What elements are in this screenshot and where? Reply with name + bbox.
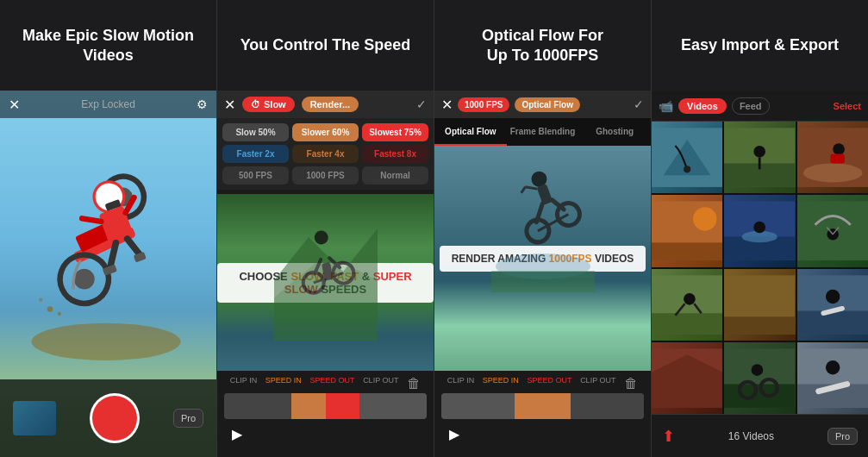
p3-play-button[interactable]: ▶ [445, 424, 464, 443]
panel2-controls: ▶ [217, 419, 434, 448]
thumbnail[interactable] [13, 401, 56, 435]
thumb-10[interactable] [652, 342, 722, 414]
svg-point-79 [752, 364, 764, 376]
scrub-before [224, 393, 291, 419]
p3-speed-in-label: SPEED IN [483, 376, 519, 391]
p4-pro-badge[interactable]: Pro [827, 428, 858, 445]
thumb-11[interactable] [724, 342, 795, 414]
speed-cell-faster2x[interactable]: Faster 2x [222, 145, 289, 163]
check-icon[interactable]: ✓ [416, 97, 427, 111]
speed-cell-slow50[interactable]: Slow 50% [222, 123, 289, 141]
panel2-scrubber[interactable] [224, 393, 427, 419]
panel1-bottom: Pro [0, 379, 216, 457]
thumb-9[interactable] [797, 269, 868, 341]
thumb-1[interactable] [652, 122, 722, 193]
gear-icon[interactable]: ⚙ [197, 97, 208, 111]
app-container: Make Epic Slow Motion Videos ✕ Exp Locke… [0, 0, 868, 457]
svg-point-0 [31, 322, 180, 360]
tab-optical-flow[interactable]: Optical Flow [434, 118, 507, 146]
play-button[interactable]: ▶ [228, 424, 247, 443]
svg-rect-50 [797, 128, 868, 187]
svg-rect-57 [724, 202, 795, 261]
panel2-close-icon[interactable]: ✕ [224, 97, 235, 113]
slow-button[interactable]: ⏱ Slow [242, 97, 295, 112]
svg-rect-75 [652, 348, 722, 408]
speed-cell-slowest75[interactable]: Slowest 75% [362, 123, 428, 141]
svg-line-42 [519, 187, 526, 193]
thumb-8[interactable] [724, 269, 795, 341]
p3-scrub-after [571, 393, 644, 419]
svg-rect-66 [652, 313, 722, 335]
svg-rect-46 [724, 128, 795, 187]
panel3-scrubber[interactable] [441, 393, 644, 419]
close-icon[interactable]: ✕ [9, 97, 20, 113]
panel1-header: Make Epic Slow Motion Videos [0, 0, 216, 91]
optical-label: Optical Flow [521, 100, 572, 110]
video-grid [652, 122, 868, 414]
panel3-close-icon[interactable]: ✕ [441, 97, 453, 113]
p3-speed-out-label: SPEED OUT [527, 376, 571, 391]
panel1-toolbar: ✕ Exp Locked ⚙ [0, 91, 216, 118]
clip-in-label: CLIP IN [230, 376, 257, 391]
svg-point-84 [826, 360, 840, 374]
speed-cell-1000fps[interactable]: 1000 FPS [292, 166, 359, 185]
thumb-4[interactable] [652, 195, 722, 266]
svg-line-63 [827, 228, 833, 235]
thumb-12[interactable] [797, 342, 868, 414]
tab-ghosting[interactable]: Ghosting [578, 118, 651, 146]
export-icon[interactable]: ⬆ [662, 427, 675, 446]
optical-flow-button[interactable]: Optical Flow [515, 97, 579, 112]
select-button[interactable]: Select [834, 101, 861, 111]
panel-make-epic: Make Epic Slow Motion Videos ✕ Exp Locke… [0, 0, 217, 457]
thumb-6[interactable] [797, 195, 868, 266]
p3-scrub-before [441, 393, 515, 419]
svg-rect-54 [652, 202, 722, 261]
p3-delete-icon[interactable]: 🗑 [624, 376, 638, 391]
svg-rect-47 [724, 163, 795, 186]
videos-button[interactable]: Videos [678, 98, 727, 114]
render-label: Render... [310, 99, 350, 110]
svg-rect-65 [652, 275, 722, 335]
svg-rect-83 [797, 384, 868, 407]
speed-cell-faster4x[interactable]: Faster 4x [292, 145, 359, 163]
panel3-check-icon[interactable]: ✓ [634, 97, 644, 111]
panel3-toolbar: ✕ 1000 FPS Optical Flow ✓ [434, 91, 651, 118]
svg-line-68 [675, 304, 684, 316]
speed-cell-fastest8x[interactable]: Fastest 8x [362, 145, 428, 163]
svg-point-62 [827, 228, 839, 241]
panel4-screen: 📹 Videos Feed Select [652, 91, 868, 457]
svg-marker-44 [664, 140, 711, 175]
thumb-2[interactable] [724, 122, 795, 193]
speed-cell-500fps[interactable]: 500 FPS [222, 166, 289, 185]
svg-point-81 [761, 379, 777, 396]
svg-rect-77 [724, 348, 795, 408]
tab-frame-blending[interactable]: Frame Blending [507, 118, 579, 146]
exp-locked-label: Exp Locked [81, 98, 135, 110]
svg-rect-73 [797, 310, 868, 334]
p3-clip-in-label: CLIP IN [447, 376, 474, 391]
panel2-title: You Control The Speed [240, 35, 411, 55]
speed-cell-normal[interactable]: Normal [362, 166, 428, 185]
panel1-title: Make Epic Slow Motion Videos [9, 26, 208, 65]
svg-rect-78 [724, 384, 795, 407]
svg-line-13 [82, 212, 101, 227]
feed-button[interactable]: Feed [732, 97, 770, 115]
svg-line-40 [535, 215, 570, 231]
svg-point-45 [684, 166, 690, 172]
panel3-tabs: Optical Flow Frame Blending Ghosting [434, 118, 651, 146]
fps-button[interactable]: 1000 FPS [458, 97, 509, 112]
render-button[interactable]: Render... [302, 97, 359, 112]
record-button[interactable] [92, 396, 137, 441]
svg-point-20 [39, 297, 42, 301]
clip-out-label: CLIP OUT [363, 376, 398, 391]
thumb-3[interactable] [797, 122, 868, 193]
delete-icon[interactable]: 🗑 [407, 376, 421, 391]
thumb-5[interactable] [724, 195, 795, 266]
panel3-timeline-labels: CLIP IN SPEED IN SPEED OUT CLIP OUT 🗑 [434, 371, 651, 393]
panel2-toolbar: ✕ ⏱ Slow Render... ✓ [217, 91, 434, 118]
svg-point-21 [58, 311, 61, 315]
speed-cell-slower60[interactable]: Slower 60% [292, 123, 359, 141]
thumb-7[interactable] [652, 269, 722, 341]
svg-point-60 [754, 222, 766, 234]
pro-badge[interactable]: Pro [173, 409, 203, 428]
